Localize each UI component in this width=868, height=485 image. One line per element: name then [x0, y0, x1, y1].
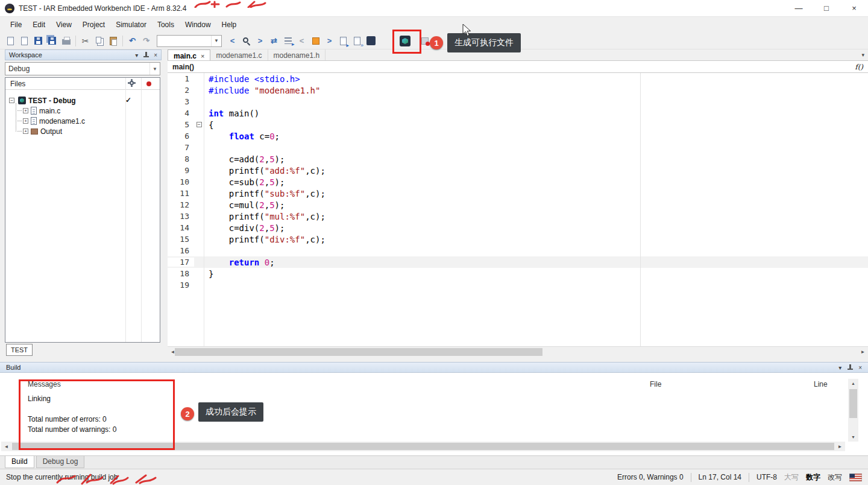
close-button[interactable]: ×: [840, 0, 868, 16]
print-button[interactable]: [59, 34, 73, 48]
code-line[interactable]: 5−{: [168, 119, 868, 130]
expand-icon[interactable]: +: [23, 128, 28, 134]
code-line[interactable]: 14 c=div(2,5);: [168, 222, 868, 233]
pin-icon[interactable]: [847, 364, 853, 370]
editor-hscrollbar[interactable]: ◄ ►: [168, 346, 868, 357]
menu-file[interactable]: File: [5, 18, 27, 31]
scroll-right-icon[interactable]: ►: [835, 442, 845, 452]
toggle-bookmark-button[interactable]: [309, 34, 322, 48]
tab-list-dropdown-icon[interactable]: ▾: [861, 52, 864, 58]
scroll-right-icon[interactable]: ►: [858, 347, 868, 357]
cut-button[interactable]: ✂: [78, 34, 92, 48]
menu-view[interactable]: View: [51, 18, 77, 31]
nav-back-button[interactable]: <: [225, 34, 239, 48]
pin-icon[interactable]: [143, 52, 149, 58]
code-line[interactable]: 16: [168, 245, 868, 256]
minimize-button[interactable]: —: [785, 0, 813, 16]
new-file-button[interactable]: [4, 34, 17, 48]
next-bookmark-button[interactable]: >: [322, 34, 336, 48]
search-combobox[interactable]: ▼: [157, 35, 222, 47]
code-line[interactable]: 11 printf("sub:%f",c);: [168, 188, 868, 199]
code-line[interactable]: 9 printf("add:%f",c);: [168, 165, 868, 176]
menu-edit[interactable]: Edit: [27, 18, 51, 31]
panel-dropdown-icon[interactable]: ▾: [135, 52, 138, 59]
line-number: 12: [168, 200, 194, 209]
menu-simulator[interactable]: Simulator: [110, 18, 152, 31]
open-file-button[interactable]: [17, 34, 31, 48]
language-flag-icon[interactable]: [849, 474, 862, 481]
code-editor[interactable]: 1#include <stdio.h>2#include "modename1.…: [168, 73, 868, 346]
file-tree: − TEST - Debug ✓ + main.c: [5, 90, 160, 342]
config-selector[interactable]: Debug ▼: [5, 62, 160, 75]
code-line[interactable]: 6 float c=0;: [168, 130, 868, 142]
undo-button[interactable]: ↶: [125, 34, 139, 48]
tab-main-c[interactable]: main.c ×: [168, 49, 210, 60]
toolbar-separator: [75, 36, 76, 46]
expand-icon[interactable]: +: [23, 108, 28, 113]
scroll-up-icon[interactable]: ▲: [848, 379, 858, 388]
tree-item-modename1-c[interactable]: + modename1.c: [14, 116, 160, 126]
paste-button[interactable]: [106, 34, 120, 48]
tab-build[interactable]: Build: [5, 456, 34, 468]
prev-bookmark-button[interactable]: <: [295, 34, 309, 48]
config-dropdown-icon[interactable]: ▼: [149, 63, 160, 75]
code-line[interactable]: 2#include "modename1.h": [168, 84, 868, 96]
fold-margin: [194, 233, 204, 245]
tab-close-icon[interactable]: ×: [201, 52, 204, 60]
check-icon: ✓: [125, 96, 131, 104]
tab-modename1-h[interactable]: modename1.h: [268, 49, 326, 60]
save-all-button[interactable]: [45, 34, 59, 48]
project-node-icon: [366, 36, 376, 45]
maximize-button[interactable]: □: [813, 0, 840, 16]
code-line[interactable]: 7: [168, 142, 868, 153]
tree-item-main-c[interactable]: + main.c: [14, 106, 160, 116]
code-line[interactable]: 13 printf("mul:%f",c);: [168, 211, 868, 222]
scroll-left-icon[interactable]: ◄: [1, 442, 11, 452]
panel-close-icon[interactable]: ×: [154, 52, 157, 59]
code-line[interactable]: 10 c=sub(2,5);: [168, 176, 868, 188]
menu-window[interactable]: Window: [180, 18, 216, 31]
tab-modename1-c[interactable]: modename1.c: [210, 49, 268, 60]
code-line[interactable]: 15 printf("div:%f",c);: [168, 233, 868, 245]
collapse-icon[interactable]: −: [9, 98, 14, 103]
tab-debug-log[interactable]: Debug Log: [36, 456, 85, 468]
code-line[interactable]: 8 c=add(2,5);: [168, 153, 868, 165]
compile-button[interactable]: [336, 34, 350, 48]
replace-button[interactable]: ⇄: [267, 34, 281, 48]
code-line[interactable]: 18}: [168, 268, 868, 279]
project-node-button[interactable]: [364, 34, 378, 48]
expand-icon[interactable]: +: [23, 118, 28, 124]
goto-icon: [285, 37, 292, 44]
vscroll-thumb[interactable]: [849, 389, 857, 418]
fold-marker-icon[interactable]: −: [197, 122, 202, 127]
tree-item-output[interactable]: + Output: [14, 126, 160, 136]
save-button[interactable]: [31, 34, 45, 48]
code-line[interactable]: 19: [168, 279, 868, 291]
build-vscrollbar[interactable]: ▲ ▼: [848, 379, 858, 442]
code-line[interactable]: 1#include <stdio.h>: [168, 73, 868, 84]
workspace-tab-test[interactable]: TEST: [6, 344, 33, 356]
hscroll-thumb[interactable]: [175, 348, 542, 356]
code-line[interactable]: 12 c=mul(2,5);: [168, 199, 868, 211]
menu-tools[interactable]: Tools: [152, 18, 180, 31]
code-line[interactable]: 4int main(): [168, 107, 868, 119]
combo-dropdown-icon[interactable]: ▼: [211, 36, 221, 46]
tree-item-project[interactable]: − TEST - Debug ✓: [5, 95, 160, 106]
code-line[interactable]: 17 return 0;: [168, 256, 868, 268]
redo-button[interactable]: ↷: [139, 34, 153, 48]
function-list-icon[interactable]: f(): [855, 63, 863, 71]
menu-project[interactable]: Project: [77, 18, 110, 31]
search-icon: [243, 37, 248, 43]
menu-help[interactable]: Help: [216, 18, 242, 31]
scroll-down-icon[interactable]: ▼: [848, 433, 858, 442]
goto-button[interactable]: [281, 34, 295, 48]
find-button[interactable]: [239, 34, 253, 48]
copy-button[interactable]: [92, 34, 106, 48]
nav-forward-button[interactable]: >: [253, 34, 267, 48]
gear-icon[interactable]: [130, 81, 134, 85]
code-line[interactable]: 3: [168, 96, 868, 107]
panel-close-icon[interactable]: ×: [858, 364, 862, 371]
compile-multiple-button[interactable]: [350, 34, 364, 48]
panel-dropdown-icon[interactable]: ▾: [838, 364, 841, 371]
status-encoding: UTF-8: [756, 473, 777, 481]
